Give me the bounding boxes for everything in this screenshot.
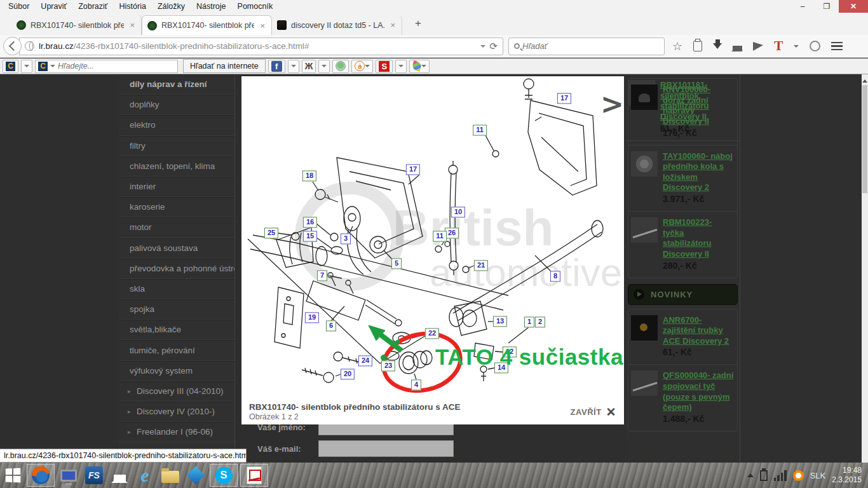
menu-item[interactable]: Záložky <box>153 1 189 12</box>
scrollbar-thumb[interactable] <box>862 85 867 193</box>
bookmark-star-icon[interactable]: ☆ <box>672 41 682 52</box>
back-button[interactable] <box>3 37 22 55</box>
sidebar-category-link[interactable]: filtry <box>119 136 234 156</box>
product-item[interactable]: TAY100060- náboj předního kola s ložiske… <box>628 146 737 212</box>
language-indicator[interactable]: SLK <box>810 471 826 480</box>
clock[interactable]: 19:48 2.3.2015 <box>832 466 862 485</box>
browser-tab[interactable]: RBX101740- silentblok před... × <box>142 15 272 35</box>
lightbox-close-button[interactable]: ZAVŘÍT ✕ <box>571 405 616 419</box>
taskbar-home-app[interactable] <box>107 463 132 488</box>
antivirus-icon[interactable] <box>793 470 804 481</box>
sidebar-category-link[interactable]: převodovka a pohonné ústrojí <box>119 259 234 279</box>
page-scrollbar[interactable] <box>862 74 868 463</box>
c-addon-dropdown[interactable] <box>21 60 32 73</box>
menu-item[interactable]: História <box>115 1 151 12</box>
product-thumbnail[interactable] <box>631 217 658 243</box>
taskbar-kodi[interactable] <box>183 463 208 488</box>
email-field[interactable] <box>318 440 454 457</box>
sidebar-category-link[interactable]: karoserie <box>119 197 234 217</box>
hamburger-menu-icon[interactable] <box>831 42 843 51</box>
scroll-up-icon[interactable] <box>862 77 867 83</box>
product-item[interactable]: ANR6700- zajištění trubky ACE Discovery … <box>628 309 737 365</box>
next-image-arrow[interactable]: > <box>600 88 624 120</box>
menu-item[interactable]: Upraviť <box>36 1 71 12</box>
c-addon-button[interactable]: C <box>3 60 18 73</box>
a-addon-button[interactable]: a <box>351 60 373 73</box>
sidebar-category-link[interactable]: palivová soustava <box>119 238 234 259</box>
product-item[interactable]: RNV100060- doraz zadní nápravy Discovery… <box>628 79 737 146</box>
addon-search-field[interactable]: C <box>35 60 178 73</box>
search-internet-button[interactable]: Hľadať na internete <box>183 59 266 73</box>
sidebar-category-link[interactable]: doplňky <box>119 95 234 115</box>
sidebar-category-link[interactable]: spojka <box>119 299 234 320</box>
addon-search-input[interactable] <box>58 62 177 71</box>
new-tab-button[interactable]: + <box>410 17 426 32</box>
sidebar-category-link[interactable]: díly náprav a řízení <box>119 74 234 95</box>
feather-addon-button[interactable] <box>409 60 430 73</box>
sidebar-category-link[interactable]: interier <box>119 177 234 197</box>
pocket-send-icon[interactable] <box>753 42 763 51</box>
close-button[interactable]: ✕ <box>839 0 868 13</box>
reading-list-icon[interactable] <box>693 41 702 51</box>
product-item[interactable]: RBM100223- tyčka stabilizátoru Discovery… <box>628 212 737 278</box>
menu-item[interactable]: Zobraziť <box>74 1 112 12</box>
sidebar-category-link[interactable]: ▸ Freelander I (96-06) <box>119 422 234 442</box>
taskbar-skype[interactable]: S <box>210 464 238 487</box>
browser-tab[interactable]: discovery II dotaz td5 - LA... × <box>272 15 402 35</box>
minimize-button[interactable]: – <box>790 0 815 13</box>
product-link[interactable]: QFS000040- zadní spojovací tyč (pouze s … <box>663 370 735 413</box>
tray-expand-icon[interactable] <box>747 470 754 477</box>
s-addon-button[interactable]: S <box>376 60 393 73</box>
s-addon-dropdown[interactable] <box>395 60 407 73</box>
reload-icon[interactable]: ⟳ <box>489 41 498 52</box>
sidebar-category-link[interactable]: motor <box>119 217 234 238</box>
menu-item[interactable]: Pomocník <box>233 1 278 12</box>
sidebar-category-link[interactable]: ▸ Discovery IV (2010-) <box>119 402 234 422</box>
tab-close-icon[interactable]: × <box>128 20 136 30</box>
addon-dropdown-icon[interactable] <box>794 45 799 50</box>
taskbar-internet-explorer[interactable]: e <box>132 463 158 488</box>
facebook-dropdown[interactable] <box>288 60 299 73</box>
sidebar-category-link[interactable]: ▸ Discovery III (04-2010) <box>119 381 234 402</box>
restore-button[interactable]: ❐ <box>815 0 839 13</box>
zh-addon-dropdown[interactable] <box>318 60 330 73</box>
menu-item[interactable]: Súbor <box>4 1 34 12</box>
url-dropdown-icon[interactable] <box>480 45 485 50</box>
downloads-icon[interactable] <box>713 43 722 53</box>
product-thumbnail[interactable] <box>631 315 658 341</box>
tab-close-icon[interactable]: × <box>389 20 397 30</box>
sidebar-category-link[interactable]: skla <box>119 279 234 299</box>
url-bar[interactable]: lr.brau.cz /4236-rbx101740-silentblok-pr… <box>19 37 503 55</box>
sidebar-category-link[interactable]: výfukový system <box>119 361 234 381</box>
zh-addon-button[interactable]: Ж <box>302 60 316 73</box>
sidebar-category-link[interactable]: elektro <box>119 115 234 135</box>
menu-item[interactable]: Nástroje <box>192 1 231 12</box>
translate-addon-icon[interactable]: T <box>774 38 783 54</box>
product-link[interactable]: RNV100060- doraz zadní nápravy Discovery… <box>663 85 735 127</box>
taskbar-file-explorer[interactable] <box>158 463 183 488</box>
network-signal-icon[interactable] <box>774 470 787 481</box>
site-identity-icon[interactable] <box>25 41 34 51</box>
map-pin-button[interactable] <box>332 60 349 73</box>
product-thumbnail[interactable] <box>631 370 658 396</box>
sidebar-category-link[interactable]: chlazení, topení, klima <box>119 156 234 177</box>
product-link[interactable]: TAY100060- náboj předního kola s ložiske… <box>663 151 735 194</box>
product-link[interactable]: RBM100223- tyčka stabilizátoru Discovery… <box>663 217 735 260</box>
product-thumbnail[interactable] <box>631 85 658 110</box>
sidebar-category-link[interactable]: světla,blikače <box>119 320 234 340</box>
browser-search-input[interactable] <box>522 41 664 51</box>
taskbar-firefox[interactable] <box>27 464 55 487</box>
facebook-button[interactable]: f <box>268 60 285 73</box>
chat-addon-icon[interactable] <box>810 41 820 51</box>
sidebar-category-link[interactable]: tlumiče, pérování <box>119 340 234 360</box>
product-item[interactable]: QFS000040- zadní spojovací tyč (pouze s … <box>628 365 737 431</box>
battery-icon[interactable] <box>760 470 768 481</box>
browser-tab[interactable]: RBX101740- silentblok před... × <box>11 15 142 35</box>
product-thumbnail[interactable] <box>631 151 658 177</box>
taskbar-fs-app[interactable]: FS <box>81 463 107 488</box>
taskbar-image-editor[interactable] <box>240 464 268 487</box>
tab-close-icon[interactable]: × <box>259 21 266 30</box>
home-icon[interactable] <box>733 46 742 51</box>
browser-search-box[interactable] <box>508 37 665 55</box>
product-link[interactable]: ANR6700- zajištění trubky ACE Discovery … <box>663 315 735 347</box>
